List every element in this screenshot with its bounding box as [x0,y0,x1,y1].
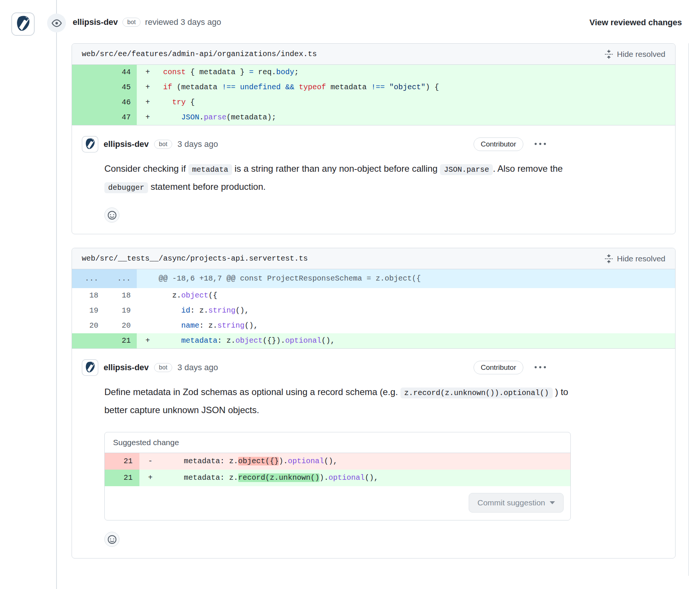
contributor-badge: Contributor [474,361,523,374]
old-line-number [72,95,104,110]
diff-marker: + [137,333,159,348]
file-header: web/src/ee/features/admin-api/organizati… [72,44,675,65]
add-reaction-button[interactable] [104,532,119,547]
hide-resolved-label: Hide resolved [617,254,665,263]
pr-review-timeline: ellipsis-dev bot reviewed 3 days ago Vie… [0,0,700,589]
bot-badge: bot [154,140,172,149]
comment-timestamp[interactable]: 3 days ago [177,363,218,372]
comment-body: Define metadata in Zod schemas as option… [104,383,571,418]
file-path[interactable]: web/src/ee/features/admin-api/organizati… [82,50,317,58]
new-line-number: 18 [104,288,137,303]
old-line-number [72,80,104,95]
diff-marker: + [137,110,159,125]
review-thread-card-1: web/src/ee/features/admin-api/organizati… [72,43,676,234]
fold-icon [604,50,613,59]
suggestion-deletion-line: 21- metadata: z.object({}).optional(), [105,453,570,470]
comment-author-name[interactable]: ellipsis-dev [104,139,149,149]
ellipsis-logo-icon [82,136,98,153]
old-line-number [72,333,104,348]
suggested-change-footer: Commit suggestion [105,486,570,520]
old-line-number [72,110,104,125]
review-action-time: reviewed 3 days ago [145,17,221,27]
code-line: const { metadata } = req.body; [159,65,299,80]
code-line: metadata: z.object({}).optional(), [159,333,335,348]
diff-block: 44+ const { metadata } = req.body;45+ if… [72,65,675,125]
suggested-change-label: Suggested change [105,432,570,453]
new-line-number: 20 [104,318,137,333]
code-line: name: z.string(), [159,318,258,333]
bot-badge: bot [122,18,141,27]
suggestion-addition-line: 21+ metadata: z.record(z.unknown()).opti… [105,470,570,486]
comment-author-avatar[interactable] [82,359,98,376]
add-reaction-button[interactable] [104,208,119,223]
reviewer-avatar[interactable] [11,12,35,36]
line-number: 21 [105,453,139,470]
bot-badge: bot [154,363,172,372]
reviewer-name[interactable]: ellipsis-dev [73,17,118,27]
commit-suggestion-button[interactable]: Commit suggestion [469,493,564,513]
hide-resolved-button[interactable]: Hide resolved [604,254,665,263]
code-line: metadata: z.object({}).optional(), [161,453,338,470]
file-header: web/src/__tests__/async/projects-api.ser… [72,248,675,269]
diff-marker [137,288,159,303]
new-line-number: 44 [104,65,137,80]
diff-line-addition: 45+ if (metadata !== undefined && typeof… [72,80,675,95]
review-event-badge [47,14,66,32]
timeline-line [56,0,57,589]
kebab-horizontal-icon [535,362,546,373]
code-line: JSON.parse(metadata); [159,110,276,125]
comment-body: Consider checking if metadata is a strin… [104,160,571,196]
comment-options-button[interactable] [532,137,548,151]
diff-line-context: 1818 z.object({ [72,288,675,303]
view-reviewed-changes-link[interactable]: View reviewed changes [590,18,682,27]
diff-marker [137,303,159,318]
new-line-number: 21 [104,333,137,348]
inline-code: metadata [188,164,232,175]
comment-header: ellipsis-dev bot 3 days ago Contributor [82,136,548,153]
old-line-number: 20 [72,318,104,333]
fold-icon [604,254,613,263]
inline-code: debugger [104,182,148,193]
diff-marker [137,318,159,333]
comment-author-name[interactable]: ellipsis-dev [104,363,149,372]
code-line: id: z.string(), [159,303,249,318]
review-header: ellipsis-dev bot reviewed 3 days ago [73,17,221,27]
diff-line-addition: 46+ try { [72,95,675,110]
diff-block: ......@@ -18,6 +18,7 @@ const ProjectRes… [72,269,675,349]
contributor-badge: Contributor [474,137,523,151]
line-number: 21 [105,470,139,486]
comment-header: ellipsis-dev bot 3 days ago Contributor [82,359,548,376]
inline-code: z.record(z.unknown()).optional() [400,388,553,398]
new-line-number: 47 [104,110,137,125]
comment-options-button[interactable] [532,360,548,375]
smiley-icon [108,211,116,220]
code-line: @@ -18,6 +18,7 @@ const ProjectResponseS… [159,269,421,288]
old-line-number [72,65,104,80]
old-line-number: 19 [72,303,104,318]
file-path[interactable]: web/src/__tests__/async/projects-api.ser… [82,254,308,263]
eye-icon [52,18,62,28]
container-right-border [688,43,689,576]
diff-line-context: 1919 id: z.string(), [72,303,675,318]
diff-marker: + [137,95,159,110]
chevron-down-icon [550,501,555,504]
diff-hunk-header: ......@@ -18,6 +18,7 @@ const ProjectRes… [72,269,675,288]
hide-resolved-button[interactable]: Hide resolved [604,50,665,59]
ellipsis-logo-icon [82,359,98,376]
review-thread-card-2: web/src/__tests__/async/projects-api.ser… [72,248,676,558]
suggested-change-diff: 21- metadata: z.object({}).optional(),21… [105,453,570,486]
hide-resolved-label: Hide resolved [617,50,665,59]
code-line: if (metadata !== undefined && typeof met… [159,80,439,95]
diff-marker: + [137,80,159,95]
diff-marker: + [139,470,161,486]
comment-author-avatar[interactable] [82,136,98,153]
diff-marker: - [139,453,161,470]
suggested-change-block: Suggested change 21- metadata: z.object(… [104,432,571,520]
smiley-icon [108,535,116,544]
diff-line-addition: 44+ const { metadata } = req.body; [72,65,675,80]
new-line-number: ... [104,269,137,288]
diff-marker: + [137,65,159,80]
comment-timestamp[interactable]: 3 days ago [177,139,218,149]
code-line: metadata: z.record(z.unknown()).optional… [161,470,378,486]
commit-suggestion-label: Commit suggestion [477,498,545,507]
